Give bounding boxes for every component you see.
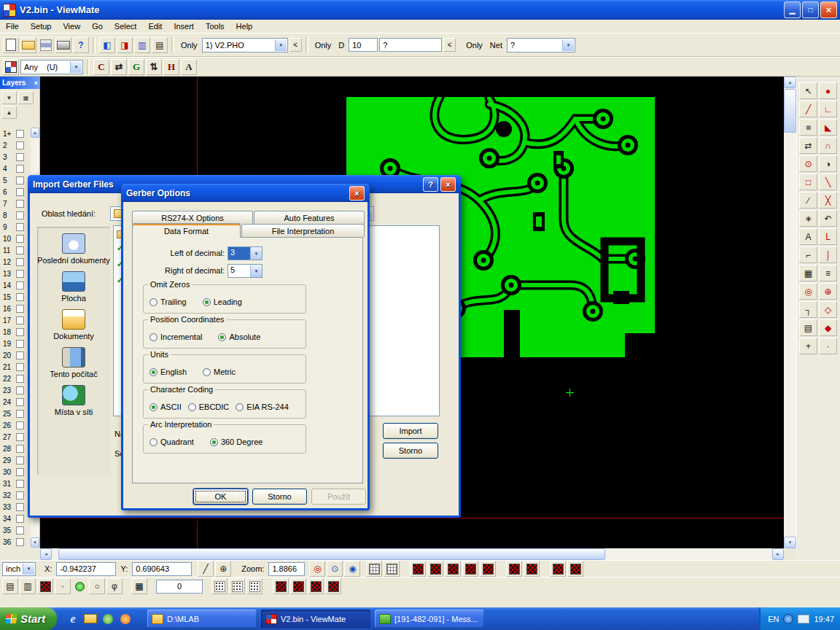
radio-option[interactable]: EBCDIC [188, 402, 230, 411]
layer-color-box[interactable] [16, 200, 24, 208]
layer-color-box[interactable] [16, 515, 24, 523]
dcode-view-1-icon[interactable] [273, 578, 289, 594]
storno-button[interactable]: Storno [252, 489, 307, 505]
layer-color-box[interactable] [16, 468, 24, 476]
layer-color-box[interactable] [16, 165, 24, 173]
layer-color-box[interactable] [16, 456, 24, 464]
start-button[interactable]: Start [0, 607, 57, 630]
grid-icon[interactable]: ▦ [799, 265, 817, 281]
layers-icon[interactable]: ≡ [819, 265, 837, 281]
previous-layer-button[interactable]: < [289, 38, 302, 52]
route-icon[interactable]: ┐ [799, 301, 817, 318]
origin-icon[interactable]: ⊕ [215, 561, 231, 577]
diagonal-icon[interactable]: ╲ [819, 174, 837, 190]
tab-file-interpretation[interactable]: File Interpretation [241, 224, 365, 237]
layer-color-box[interactable] [16, 305, 24, 313]
layer-row[interactable]: 17 [0, 314, 31, 326]
grid-large-icon[interactable] [384, 561, 400, 577]
explorer-icon[interactable] [83, 611, 98, 627]
zoom-window-icon[interactable]: ◉ [344, 561, 360, 577]
report-icon[interactable]: ▤ [152, 37, 168, 53]
pad-icon[interactable]: ● [819, 82, 837, 99]
scroll-up-icon[interactable]: ▲ [31, 128, 39, 138]
trace-view-2-icon[interactable] [524, 561, 540, 577]
arc-icon[interactable]: ∩ [819, 137, 837, 154]
previous-dcode-button[interactable]: < [443, 38, 456, 52]
g-tool-icon[interactable]: G [128, 59, 144, 75]
stretch-tool-icon[interactable]: ⇅ [146, 59, 162, 75]
snap-grid-3-icon[interactable] [246, 578, 262, 594]
radio-option[interactable]: 360 Degree [210, 438, 263, 446]
only-layer-label[interactable]: Only [178, 41, 201, 50]
scroll-left-icon[interactable]: ◄ [40, 548, 52, 560]
radio-option[interactable]: Leading [203, 298, 242, 306]
layer-row[interactable]: 33 [0, 501, 31, 513]
menu-item[interactable]: Insert [168, 20, 200, 32]
measure-icon[interactable]: ⌐ [799, 246, 817, 263]
stack-icon[interactable]: ▤ [799, 319, 817, 336]
layer-row[interactable]: 11 [0, 244, 31, 256]
sketch-icon[interactable]: ∕ [799, 192, 817, 209]
layer-row[interactable]: 28 [0, 443, 31, 454]
rotate-left-icon[interactable]: ↶ [819, 210, 837, 227]
layer-columns-icon[interactable]: ▥ [134, 37, 150, 53]
layer-row[interactable]: 10 [0, 233, 31, 244]
line-icon[interactable]: ╱ [799, 101, 817, 117]
open-file-icon[interactable] [20, 37, 36, 53]
layer-row[interactable]: 27 [0, 431, 31, 443]
dcode-view-2-icon[interactable] [290, 578, 306, 594]
dcode-value-field[interactable]: 10 [349, 38, 378, 52]
canvas-vertical-scrollbar[interactable]: ▲ ▼ [784, 77, 796, 548]
grid-step-field[interactable]: 0 [156, 580, 203, 594]
dropdown-arrow-icon[interactable]: ▼ [250, 247, 262, 260]
selection-filter-combo[interactable]: Any (U) ▼ [20, 60, 83, 74]
layer-row[interactable]: 29 [0, 454, 31, 466]
layer-color-box[interactable] [16, 421, 24, 429]
layer-row[interactable]: 32 [0, 489, 31, 501]
green-app-icon[interactable] [101, 611, 115, 627]
pad-view-2-icon[interactable] [427, 561, 443, 577]
dropdown-arrow-icon[interactable]: ▼ [250, 265, 262, 277]
radio-option[interactable]: English [149, 368, 187, 376]
scroll-down-icon[interactable]: ▼ [31, 537, 39, 548]
close-button[interactable]: × [820, 1, 837, 18]
layer-row[interactable]: 5 [0, 174, 31, 186]
c-tool-icon[interactable]: C [93, 59, 109, 75]
radio-option[interactable]: Metric [203, 368, 236, 376]
import-close-button[interactable]: × [440, 177, 456, 192]
zoom-field[interactable]: 1.8866 [268, 562, 305, 576]
trace-view-1-icon[interactable] [506, 561, 522, 577]
layer-row[interactable]: 24 [0, 396, 31, 408]
layer-row[interactable]: 34 [0, 513, 31, 524]
layer-row[interactable]: 14 [0, 279, 31, 291]
layer-row[interactable]: 3 [0, 151, 31, 163]
radio-option[interactable]: Absolute [218, 332, 260, 341]
layer-color-box[interactable] [16, 410, 24, 418]
tab-rs274x-options[interactable]: RS274-X Options [132, 211, 253, 224]
menu-item[interactable]: Setup [25, 20, 58, 32]
dropdown-arrow-icon[interactable]: ▼ [275, 39, 287, 51]
radio-option[interactable]: Trailing [149, 298, 187, 306]
tab-auto-features[interactable]: Auto Features [254, 211, 365, 224]
radio-icon[interactable] [149, 298, 158, 306]
layer-color-box[interactable] [16, 235, 24, 243]
layer-color-box[interactable] [16, 293, 24, 301]
radio-icon[interactable] [149, 438, 158, 446]
selection-grid-icon[interactable] [3, 59, 19, 75]
dropdown-arrow-icon[interactable]: ▼ [23, 564, 34, 575]
layer-color-box[interactable] [16, 141, 24, 149]
circle-pad-icon[interactable]: ⊙ [799, 155, 817, 172]
select-cursor-icon[interactable]: ↖ [799, 82, 817, 99]
grid-small-icon[interactable] [366, 561, 382, 577]
frame-select-icon[interactable]: ◧ [99, 37, 115, 53]
dcode-view-4-icon[interactable] [325, 578, 341, 594]
zoom-point-icon[interactable]: ◎ [309, 561, 325, 577]
x-coordinate-field[interactable]: -0.942237 [56, 562, 116, 576]
place-item[interactable]: Tento počítač [37, 347, 110, 378]
label-icon[interactable]: L [819, 228, 837, 245]
layer-row[interactable]: 30 [0, 466, 31, 478]
scroll-up-icon[interactable]: ▲ [784, 77, 796, 88]
radio-icon[interactable] [149, 333, 158, 341]
minimize-button[interactable]: ▁ [784, 1, 801, 18]
layer-color-box[interactable] [16, 351, 24, 359]
